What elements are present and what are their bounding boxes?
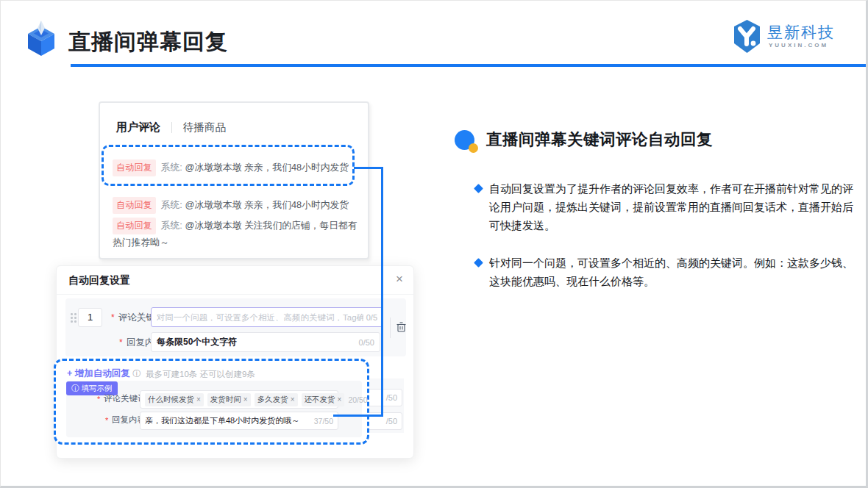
tag-remove-icon[interactable]: × (243, 395, 248, 403)
add-auto-reply-hint: 最多可建10条 还可以创建9条 (146, 369, 255, 380)
example-keyword-input[interactable]: 什么时候发货× 发货时间× 多久发货× 还不发货× 20/50 (140, 390, 338, 409)
tab-user-comments[interactable]: 用户评论 (116, 121, 160, 134)
page-title: 直播间弹幕回复 (68, 27, 228, 57)
example-reply-input[interactable]: 37/50 (140, 412, 338, 430)
keyword-tag[interactable]: 什么时候发货× (145, 393, 204, 406)
info-icon: ⓘ (132, 369, 140, 378)
connector-line-top (354, 167, 383, 169)
page: 直播间弹幕回复 昱新科技 YUUXIN.COM 用户评论 待播商品 自动回复系统… (0, 0, 868, 488)
keyword-tag[interactable]: 发货时间× (207, 393, 251, 406)
company-domain: YUUXIN.COM (769, 42, 828, 49)
required-asterisk: * (105, 416, 108, 425)
modal-header-divider (57, 294, 413, 295)
example-highlight-box: + 增加自动回复 ⓘ 最多可建10条 还可以创建9条 ⓘ 填写示例 * 评论关键… (54, 359, 369, 445)
delete-icon[interactable] (396, 322, 406, 332)
highlight-comment-box (102, 145, 355, 186)
company-name: 昱新科技 (767, 22, 835, 43)
required-asterisk: * (97, 395, 100, 403)
example-reply-input-field[interactable] (145, 417, 312, 426)
add-auto-reply-link[interactable]: + 增加自动回复 ⓘ (67, 367, 140, 380)
tag-remove-icon[interactable]: × (196, 395, 201, 403)
tab-divider (171, 122, 172, 133)
feature-bullet: 自动回复设置为了提升作者的评论回复效率，作者可在开播前针对常见的评论用户问题，提… (489, 179, 857, 234)
keyword-tag[interactable]: 还不发货× (302, 393, 345, 406)
example-reply-counter: 37/50 (314, 417, 333, 426)
comment-text: @冰墩墩本墩 亲亲，我们48小时内发货 (185, 199, 349, 210)
auto-reply-badge: 自动回复 (113, 218, 156, 234)
comment-prefix: 系统: (161, 220, 182, 231)
connector-line-bottom (333, 415, 383, 417)
required-asterisk: * (111, 312, 115, 323)
app-cube-icon (21, 21, 61, 59)
close-icon[interactable]: × (396, 272, 403, 287)
required-asterisk: * (119, 337, 123, 348)
feature-icon-accent (469, 143, 478, 153)
info-icon: ⓘ (71, 384, 79, 394)
company-logo-icon (730, 19, 764, 56)
comment-row: 自动回复系统: @冰墩墩本墩 亲亲，我们48小时内发货 (113, 197, 363, 214)
tag-remove-icon[interactable]: × (338, 395, 342, 403)
modal-title: 自动回复设置 (68, 274, 130, 287)
bullet-diamond-icon (475, 259, 482, 266)
feature-heading: 直播间弹幕关键词评论自动回复 (486, 129, 713, 150)
comment-prefix: 系统: (161, 199, 182, 210)
drag-handle-icon[interactable] (71, 313, 77, 323)
rule-index-input[interactable]: 1 (78, 308, 102, 327)
auto-reply-badge: 自动回复 (113, 197, 156, 214)
rule-actions-divider (390, 317, 391, 338)
comment-row: 自动回复系统: @冰墩墩本墩 关注我们的店铺，每日都有热门推荐呦～ (113, 218, 363, 250)
reply-input-field[interactable] (157, 337, 356, 348)
rule-panel: 1 * 评论关键词 0/5 * 回复内容 0/50 (65, 298, 406, 356)
keyword-input-field[interactable] (157, 313, 363, 322)
header-accent-line (71, 64, 866, 67)
tag-remove-icon[interactable]: × (291, 395, 295, 403)
connector-line-vertical (381, 167, 383, 417)
hidden-counter-box: /50 (364, 389, 402, 406)
company-logo: 昱新科技 YUUXIN.COM (730, 19, 863, 57)
example-badge-label: 填写示例 (82, 384, 113, 394)
example-panel: ⓘ 填写示例 * 评论关键词 什么时候发货× 发货时间× 多久发货× 还不发货×… (66, 381, 362, 437)
keyword-tag[interactable]: 多久发货× (255, 393, 298, 406)
feature-bullet: 针对同一个问题，可设置多个相近的、高频的关键词。例如：这款多少钱、这块能优惠吗、… (489, 254, 857, 290)
tab-pending-products[interactable]: 待播商品 (183, 121, 226, 134)
keyword-input[interactable]: 0/5 (151, 307, 383, 327)
reply-input[interactable]: 0/50 (151, 332, 380, 352)
comments-tabs: 用户评论 待播商品 (116, 121, 226, 134)
bullet-diamond-icon (475, 185, 482, 192)
reply-counter: 0/50 (359, 338, 374, 347)
keyword-counter: 0/5 (366, 313, 377, 322)
example-keyword-counter: 20/50 (348, 395, 367, 404)
